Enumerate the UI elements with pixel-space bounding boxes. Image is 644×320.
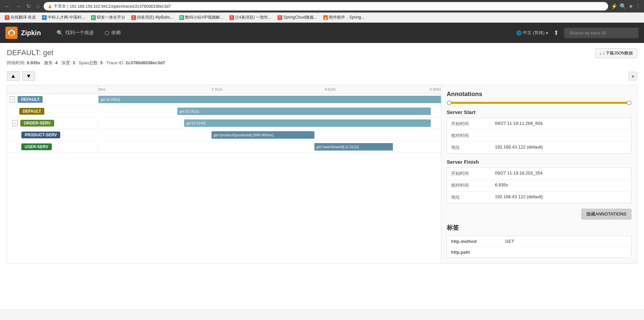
table-row: DEFAULT get [5.161s] xyxy=(7,106,441,117)
timeline-cell-4[interactable]: get /product/{productid} [906.066ms] xyxy=(98,129,441,141)
table-row: PRODUCT-SERV get /product/{productid} [9… xyxy=(7,129,441,141)
server-start-title: Server Start xyxy=(447,109,631,115)
scroll-up-button[interactable]: ▲ xyxy=(7,71,20,81)
annotation-value: 192.168.43.122 (default) xyxy=(491,191,631,203)
annotations-title: Annotations xyxy=(447,91,631,98)
service-cell-3: − ORDER-SERV xyxy=(7,118,98,128)
duration-value: 6.935s xyxy=(27,60,40,65)
list-item: 地址 192.168.43.122 (default) xyxy=(447,191,631,203)
address-bar[interactable]: 🔒 不安全 | 192.168.159.102:9411/zipkin/trac… xyxy=(44,2,608,10)
service-badge-1[interactable]: DEFAULT xyxy=(18,96,43,103)
tag-key: http.method xyxy=(447,236,501,247)
service-badge-4[interactable]: PRODUCT-SERV xyxy=(21,132,60,138)
depth-value: 3 xyxy=(72,60,75,65)
logo-icon xyxy=(5,27,18,39)
expand-button[interactable]: » xyxy=(628,72,637,81)
nav-dependency[interactable]: ⬡ 依赖 xyxy=(99,27,126,39)
annotation-value xyxy=(491,130,631,142)
download-label: ↓ 下载JSON数据 xyxy=(603,50,633,56)
home-button[interactable]: ⌂ xyxy=(35,3,41,10)
bookmark-mybatis[interactable]: C (6条消息) MyBatis... xyxy=(129,14,175,21)
timeline-cell-2[interactable]: get [5.161s] xyxy=(98,106,441,117)
annotation-key: 开始时间 xyxy=(447,168,491,180)
lightning-icon[interactable]: ⚡ xyxy=(611,3,618,9)
tag-value: GET xyxy=(501,236,631,247)
page-title-method: get xyxy=(43,48,53,57)
span-bar-2: get [5.161s] xyxy=(177,108,431,115)
annotation-key: 相对时间 xyxy=(447,130,491,142)
zipkin-logo-svg xyxy=(7,29,16,37)
annotation-value: 09/27 11:19:11.268_604 xyxy=(491,118,631,130)
menu-icon[interactable]: ⋮ xyxy=(635,3,641,9)
security-label: 不安全 xyxy=(54,3,66,9)
bookmark-shuma[interactable]: 数 数码小站VIP视频解... xyxy=(177,14,225,21)
bookmark-springcloud[interactable]: C SpringCloud微服... xyxy=(275,14,319,21)
trace-id-label: Trace ID: xyxy=(106,60,124,65)
page-title-prefix: DEFAULT: xyxy=(7,48,41,57)
collapse-button-1[interactable]: − xyxy=(10,96,15,103)
time-label-3: 6.935s xyxy=(430,87,441,91)
bookmark-attachment[interactable]: 🔥 附件邮件，Spring... xyxy=(321,14,367,21)
range-handle-right[interactable] xyxy=(627,100,631,105)
reload-button[interactable]: ↻ xyxy=(25,2,32,10)
table-row: − ORDER-SERV get [4.914s] xyxy=(7,117,441,129)
service-badge-2[interactable]: DEFAULT xyxy=(19,108,44,115)
service-badge-5[interactable]: USER-SERV xyxy=(21,143,52,150)
server-finish-title: Server Finish xyxy=(447,159,631,165)
annotations-panel: Annotations Server Start 开始时间 09/27 11:1… xyxy=(441,85,637,264)
service-value: 4 xyxy=(55,60,58,65)
scroll-down-button[interactable]: ▼ xyxy=(22,71,35,81)
upload-button[interactable]: ⬆ xyxy=(554,29,559,37)
translate-icon: 🌐 xyxy=(516,30,521,36)
chevron-down-icon: ▾ xyxy=(546,30,548,36)
url-text: 192.168.159.102:9411/zipkin/traces/2c378… xyxy=(70,4,171,9)
list-item: 开始时间 09/27 11:19:18.203_354 xyxy=(447,168,631,180)
range-slider[interactable] xyxy=(447,102,631,104)
span-bar-4: get /product/{productid} [906.066ms] xyxy=(212,131,314,139)
nav-find-trace[interactable]: 🔍 找到一个痕迹 xyxy=(51,27,99,39)
server-finish-table: 开始时间 09/27 11:19:18.203_354 相对时间 6.935s … xyxy=(447,167,631,203)
span-bar-1: get [6.935s] xyxy=(98,96,441,103)
back-button[interactable]: ← xyxy=(3,3,12,10)
server-finish-section: Server Finish 开始时间 09/27 11:19:18.203_35… xyxy=(447,159,631,203)
bookmark-yanfa[interactable]: 研 研发一体化平台 xyxy=(89,14,127,21)
app-logo: Zipkin xyxy=(5,27,41,39)
page-title: DEFAULT: get xyxy=(7,48,165,57)
download-json-button[interactable]: ↓ ↓ 下载JSON数据 xyxy=(595,48,637,58)
timeline-cell-5[interactable]: get /user/{userid} [1.012s] xyxy=(98,141,441,153)
timeline-header: 0ms 2.312s 4.623s 6.935s xyxy=(7,85,441,94)
bookmark-youdao[interactable]: Y 在线翻译·有道 xyxy=(3,14,38,21)
star-icon[interactable]: ★ xyxy=(628,3,633,9)
bookmark-zhongke[interactable]: 中 中科人才网-中国科... xyxy=(40,14,87,21)
trace-meta: 持续时间: 6.935s 服务: 4 深度: 3 Span总数: 5 Trace… xyxy=(7,60,165,66)
page-content: DEFAULT: get 持续时间: 6.935s 服务: 4 深度: 3 Sp… xyxy=(0,43,644,309)
nav-find-trace-label: 找到一个痕迹 xyxy=(65,30,94,36)
range-track xyxy=(447,102,631,104)
service-cell-4: PRODUCT-SERV xyxy=(7,130,98,140)
forward-button[interactable]: → xyxy=(14,3,22,10)
timeline-cell-3[interactable]: get [4.914s] xyxy=(98,117,441,129)
span-value: 5 xyxy=(100,60,103,65)
service-badge-3[interactable]: ORDER-SERV xyxy=(20,120,54,127)
list-item: 地址 192.168.43.122 (default) xyxy=(447,142,631,154)
service-cell-2: DEFAULT xyxy=(7,107,98,116)
range-handle-left[interactable] xyxy=(447,100,451,105)
trace-timeline: 0ms 2.312s 4.623s 6.935s − DEFAULT get [… xyxy=(7,85,441,264)
annotation-value: 6.935s xyxy=(491,180,631,191)
bookmark-consistency[interactable]: C (14条消息) 一致性... xyxy=(227,14,273,21)
time-label-0: 0ms xyxy=(98,87,106,91)
annotation-key: 地址 xyxy=(447,191,491,203)
annotation-key: 开始时间 xyxy=(447,118,491,130)
nav-dependency-label: 依赖 xyxy=(111,30,121,36)
search-trace-input[interactable] xyxy=(564,28,639,38)
hide-annotations-button[interactable]: 隐藏ANNOTATIONS xyxy=(581,209,631,220)
list-item: 相对时间 6.935s xyxy=(447,180,631,191)
list-item: http.method GET xyxy=(447,236,631,247)
timeline-cell-1[interactable]: get [6.935s] xyxy=(98,94,441,105)
search-icon[interactable]: 🔍 xyxy=(620,3,626,9)
collapse-button-3[interactable]: − xyxy=(13,120,18,127)
dependency-nav-icon: ⬡ xyxy=(105,30,109,36)
address-separator: | xyxy=(67,4,68,9)
language-selector[interactable]: 🌐 中文 (简体) ▾ xyxy=(516,30,548,36)
annotation-value: 192.168.43.122 (default) xyxy=(491,142,631,154)
